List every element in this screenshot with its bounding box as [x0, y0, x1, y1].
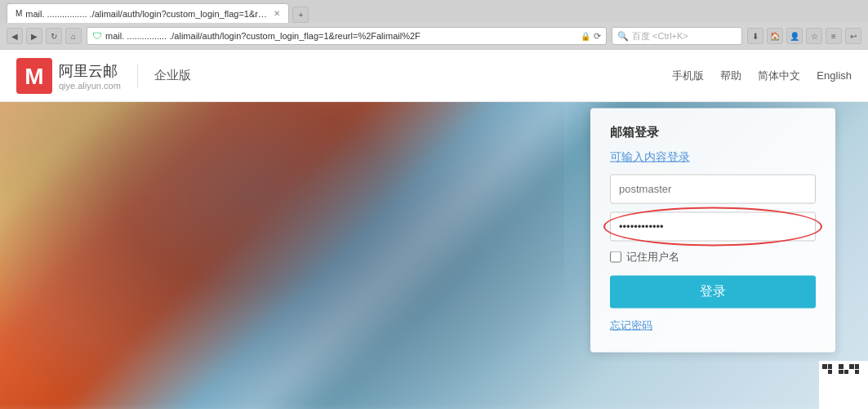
password-input[interactable] — [610, 211, 816, 241]
forgot-password-link[interactable]: 忘记密码 — [610, 318, 816, 332]
browser-right-icons: ⬇ 🏠 👤 ☆ ≡ ↩ — [747, 28, 861, 44]
remember-row: 记住用户名 — [610, 249, 816, 264]
nav-help[interactable]: 帮助 — [720, 69, 741, 83]
back-button[interactable]: ◀ — [7, 28, 23, 44]
settings-button[interactable]: ≡ — [826, 28, 842, 44]
qr-cell — [855, 370, 860, 375]
qr-cell — [849, 370, 854, 375]
remember-label[interactable]: 记住用户名 — [626, 249, 679, 264]
header-nav: 手机版 帮助 简体中文 English — [672, 69, 852, 83]
bookmark-button[interactable]: ☆ — [806, 28, 822, 44]
shield-icon: 🛡 — [92, 30, 102, 42]
home-button[interactable]: ⌂ — [65, 28, 82, 44]
qr-cell — [822, 370, 827, 375]
url-bar[interactable]: 🛡 mail. ................ ./alimail/auth/… — [87, 27, 607, 45]
qr-cell — [849, 364, 854, 369]
tab-favicon: M — [16, 9, 22, 18]
browser-chrome: M mail. ................ ./alimail/auth/… — [0, 0, 868, 50]
logo-chinese: 阿里云邮 — [59, 61, 121, 81]
app-wrapper: M 阿里云邮 qiye.aliyun.com 企业版 手机版 帮助 简体中文 E… — [0, 50, 868, 409]
qr-cell — [860, 370, 865, 375]
nav-zh[interactable]: 简体中文 — [758, 69, 800, 83]
lock-icon: 🔒 — [581, 32, 590, 41]
nav-mobile[interactable]: 手机版 — [672, 69, 704, 83]
login-panel: 邮箱登录 可输入内容登录 记住用户名 登录 忘记密码 — [590, 108, 835, 352]
qr-cell — [855, 364, 860, 369]
forward-button[interactable]: ▶ — [26, 28, 42, 44]
remember-checkbox[interactable] — [610, 251, 621, 262]
browser-toolbar: ◀ ▶ ↻ ⌂ 🛡 mail. ................ ./alima… — [0, 23, 868, 49]
tab-title: mail. ................ ./alimail/auth/lo… — [25, 9, 270, 19]
password-wrapper — [610, 211, 816, 241]
nav-en[interactable]: English — [817, 69, 852, 82]
logo-area: M 阿里云邮 qiye.aliyun.com 企业版 — [16, 58, 191, 94]
login-title: 邮箱登录 — [610, 124, 816, 140]
new-tab-button[interactable]: + — [292, 7, 309, 23]
browser-search-bar[interactable]: 🔍 百度 <Ctrl+K> — [612, 27, 742, 45]
qr-code — [819, 361, 868, 409]
browser-tab-active[interactable]: M mail. ................ ./alimail/auth/… — [7, 3, 289, 23]
login-subtitle[interactable]: 可输入内容登录 — [610, 149, 816, 164]
qr-cell — [860, 364, 865, 369]
new-tab-area: + — [292, 7, 309, 23]
qr-cell — [822, 364, 827, 369]
qr-cell — [833, 364, 838, 369]
search-placeholder: 百度 <Ctrl+K> — [632, 30, 688, 42]
qr-cell — [828, 364, 833, 369]
url-text: mail. ................ ./alimail/auth/lo… — [105, 31, 577, 41]
search-icon: 🔍 — [617, 31, 629, 42]
account-button[interactable]: 👤 — [786, 28, 803, 44]
qr-cell — [844, 370, 849, 375]
login-button[interactable]: 登录 — [610, 275, 816, 308]
browser-nav-icons: ◀ ▶ ↻ ⌂ — [7, 28, 82, 44]
qr-cell — [839, 364, 844, 369]
reload-button[interactable]: ↻ — [46, 28, 62, 44]
logo-subtitle: qiye.aliyun.com — [59, 81, 121, 91]
qr-cell — [828, 370, 833, 375]
app-header: M 阿里云邮 qiye.aliyun.com 企业版 手机版 帮助 简体中文 E… — [0, 50, 868, 102]
qr-cell — [839, 370, 844, 375]
logo-divider — [137, 64, 138, 88]
logo-edition: 企业版 — [154, 68, 191, 83]
username-input[interactable] — [610, 174, 816, 203]
refresh-icon[interactable]: ⟳ — [594, 31, 601, 42]
tab-close-button[interactable]: ✕ — [274, 9, 280, 18]
qr-cell — [844, 364, 849, 369]
download-button[interactable]: ⬇ — [747, 28, 763, 44]
logo-icon: M — [16, 58, 52, 94]
person-silhouette — [0, 50, 564, 409]
browser-tabs: M mail. ................ ./alimail/auth/… — [0, 0, 868, 23]
home-nav-button[interactable]: 🏠 — [767, 28, 783, 44]
logo-text: 阿里云邮 qiye.aliyun.com — [59, 61, 121, 91]
svg-text:M: M — [24, 64, 43, 89]
undo-button[interactable]: ↩ — [845, 28, 861, 44]
qr-cell — [833, 370, 838, 375]
